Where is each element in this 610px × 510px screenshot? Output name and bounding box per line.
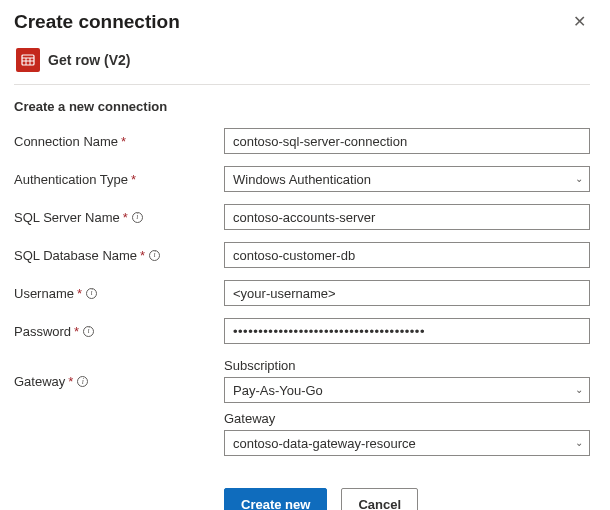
row-gateway: Gateway * i Subscription Pay-As-You-Go ⌄… [14,356,590,456]
required-marker: * [76,286,82,301]
info-icon[interactable]: i [77,376,88,387]
close-icon: ✕ [573,13,586,30]
label-server-name: SQL Server Name * i [14,210,224,225]
label-connection-name: Connection Name * [14,134,224,149]
action-label: Get row (V2) [48,52,130,68]
label-database-name: SQL Database Name * i [14,248,224,263]
chevron-down-icon: ⌄ [575,438,583,448]
row-connection-name: Connection Name * [14,128,590,154]
connection-name-input[interactable] [224,128,590,154]
row-server-name: SQL Server Name * i [14,204,590,230]
required-marker: * [130,172,136,187]
subscription-sublabel: Subscription [224,358,590,373]
close-button[interactable]: ✕ [569,10,590,34]
row-auth-type: Authentication Type * Windows Authentica… [14,166,590,192]
row-password: Password * i [14,318,590,344]
subscription-select[interactable]: Pay-As-You-Go ⌄ [224,377,590,403]
create-connection-panel: Create connection ✕ Get row (V2) Create … [0,0,610,510]
label-username: Username * i [14,286,224,301]
required-marker: * [67,374,73,389]
info-icon[interactable]: i [149,250,160,261]
gateway-select[interactable]: contoso-data-gateway-resource ⌄ [224,430,590,456]
create-new-button[interactable]: Create new [224,488,327,510]
dialog-header: Create connection ✕ [14,10,590,34]
info-icon[interactable]: i [132,212,143,223]
required-marker: * [139,248,145,263]
database-name-input[interactable] [224,242,590,268]
auth-type-select[interactable]: Windows Authentication ⌄ [224,166,590,192]
username-input[interactable] [224,280,590,306]
dialog-title: Create connection [14,11,180,33]
action-summary: Get row (V2) [14,42,590,85]
svg-rect-0 [22,55,34,65]
section-title: Create a new connection [14,99,590,114]
chevron-down-icon: ⌄ [575,385,583,395]
connection-form: Connection Name * Authentication Type * … [14,128,590,468]
required-marker: * [122,210,128,225]
required-marker: * [120,134,126,149]
row-database-name: SQL Database Name * i [14,242,590,268]
label-gateway: Gateway * i [14,356,224,389]
info-icon[interactable]: i [83,326,94,337]
cancel-button[interactable]: Cancel [341,488,418,510]
password-input[interactable] [224,318,590,344]
dialog-footer: Create new Cancel [14,488,590,510]
required-marker: * [73,324,79,339]
label-password: Password * i [14,324,224,339]
label-auth-type: Authentication Type * [14,172,224,187]
gateway-sublabel: Gateway [224,411,590,426]
server-name-input[interactable] [224,204,590,230]
info-icon[interactable]: i [86,288,97,299]
chevron-down-icon: ⌄ [575,174,583,184]
row-username: Username * i [14,280,590,306]
sql-action-icon [16,48,40,72]
